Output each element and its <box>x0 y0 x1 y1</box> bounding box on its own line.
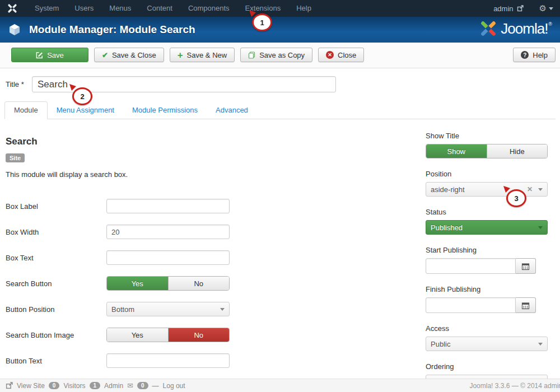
toolbar-button-row: Save ✔ Save & Close + Save & New Save as… <box>11 48 364 62</box>
start-publishing-field <box>426 258 548 274</box>
finish-publishing-field <box>426 297 548 313</box>
menu-users[interactable]: Users <box>67 0 101 17</box>
annotation-pointer <box>503 186 510 193</box>
button-text-label: Button Text <box>6 357 106 365</box>
show-title-toggle: Show Hide <box>426 144 548 158</box>
button-position-value: Bottom <box>111 305 220 314</box>
field-search-button: Search Button Yes No <box>6 276 414 291</box>
button-text-input[interactable] <box>106 353 230 368</box>
show-title-label: Show Title <box>426 132 548 140</box>
annotation-circle-2: 2 <box>72 87 92 105</box>
save-copy-label: Save as Copy <box>259 51 305 59</box>
close-icon: ✕ <box>326 51 334 59</box>
search-button-label: Search Button <box>6 279 106 288</box>
search-button-no[interactable]: No <box>168 277 230 290</box>
field-button-text: Button Text <box>6 353 414 368</box>
menu-content[interactable]: Content <box>139 0 180 17</box>
pencil-square-icon <box>36 52 43 59</box>
page-header: Module Manager: Module Search Joomla! ® <box>0 17 560 43</box>
tab-module[interactable]: Module <box>4 101 48 119</box>
position-combobox[interactable]: aside-right ✕ <box>426 182 548 197</box>
close-label: Close <box>338 51 356 59</box>
chevron-down-icon <box>538 188 543 191</box>
site-badge: Site <box>6 153 25 162</box>
save-close-label: Save & Close <box>112 51 156 59</box>
module-heading: Search <box>6 136 414 147</box>
title-field-label: Title * <box>6 80 24 88</box>
menu-system[interactable]: System <box>27 0 67 17</box>
admin-user-menu[interactable]: admin <box>493 4 523 13</box>
search-button-image-no[interactable]: No <box>168 328 230 342</box>
view-site-link[interactable]: View Site <box>17 382 45 390</box>
logout-link[interactable]: Log out <box>163 382 185 390</box>
help-button[interactable]: ? Help <box>513 48 556 62</box>
save-new-button[interactable]: + Save & New <box>170 48 235 62</box>
save-copy-button[interactable]: Save as Copy <box>240 48 312 62</box>
start-publishing-input[interactable] <box>426 258 516 274</box>
access-select[interactable]: Public <box>426 337 548 351</box>
joomla-logo: Joomla! ® <box>479 20 552 38</box>
admin-count-badge: 1 <box>90 382 101 389</box>
show-title-show[interactable]: Show <box>426 144 487 158</box>
view-site-icon <box>6 382 13 389</box>
box-text-input[interactable] <box>106 250 230 265</box>
messages-count-badge: 0 <box>137 382 148 389</box>
module-cube-icon <box>8 23 21 36</box>
menu-components[interactable]: Components <box>180 0 237 17</box>
show-title-hide[interactable]: Hide <box>487 144 548 158</box>
box-text-label: Box Text <box>6 254 106 262</box>
save-new-label: Save & New <box>187 51 227 59</box>
menu-menus[interactable]: Menus <box>101 0 139 17</box>
page-title: Module Manager: Module Search <box>29 24 195 36</box>
side-panel: Show Title Show Hide Position aside-righ… <box>426 132 548 389</box>
start-publishing-calendar-button[interactable] <box>516 258 536 274</box>
button-position-select[interactable]: Bottom <box>106 302 230 316</box>
mail-icon: ✉ <box>127 381 133 390</box>
logout-icon: — <box>152 382 159 390</box>
joomla-icon <box>7 3 18 14</box>
visitors-label: Visitors <box>63 382 85 390</box>
finish-publishing-calendar-button[interactable] <box>516 297 536 313</box>
joomla-admin-page: System Users Menus Content Components Ex… <box>0 0 560 392</box>
box-label-input[interactable] <box>106 199 230 213</box>
settings-menu[interactable]: ⚙ <box>539 3 553 13</box>
module-form: Box Label Box Width Box Text Search Butt… <box>6 199 414 368</box>
access-label: Access <box>426 324 548 333</box>
search-button-image-yes[interactable]: Yes <box>107 328 168 342</box>
joomla-logo-icon <box>479 20 497 38</box>
save-button[interactable]: Save <box>11 48 88 62</box>
version-text: Joomla! 3.3.6 — © 2014 admin <box>469 382 560 390</box>
module-panel: Search Site This module will display a s… <box>6 136 414 379</box>
toolbar: Save ✔ Save & Close + Save & New Save as… <box>0 43 560 68</box>
tab-advanced[interactable]: Advanced <box>207 102 257 119</box>
ordering-label: Ordering <box>426 362 548 371</box>
status-select[interactable]: Published <box>426 220 548 235</box>
tab-bar: Module Menu Assignment Module Permission… <box>4 102 556 119</box>
external-link-icon <box>517 5 524 12</box>
box-width-input[interactable] <box>106 225 230 239</box>
plus-icon: + <box>178 52 183 59</box>
close-button[interactable]: ✕ Close <box>318 48 364 62</box>
check-icon: ✔ <box>102 51 108 59</box>
finish-publishing-label: Finish Publishing <box>426 285 548 293</box>
annotation-circle-1: 1 <box>252 13 272 31</box>
save-close-button[interactable]: ✔ Save & Close <box>94 48 164 62</box>
finish-publishing-input[interactable] <box>426 297 516 313</box>
calendar-icon <box>521 301 530 310</box>
clear-icon[interactable]: ✕ <box>527 185 533 193</box>
status-bar: View Site 0 Visitors 1 Admin ✉ 0 — Log o… <box>0 379 560 392</box>
menu-help[interactable]: Help <box>288 0 319 17</box>
chevron-down-icon <box>538 226 543 229</box>
annotation-pointer <box>249 10 256 17</box>
field-box-text: Box Text <box>6 250 414 265</box>
help-label: Help <box>533 51 548 59</box>
annotation-pointer <box>69 84 76 91</box>
admin-user-label: admin <box>493 4 513 13</box>
module-description: This module will display a search box. <box>6 170 414 179</box>
registered-mark: ® <box>548 21 552 27</box>
question-icon: ? <box>521 51 529 59</box>
tab-module-permissions[interactable]: Module Permissions <box>123 102 207 119</box>
annotation-number: 2 <box>80 92 84 101</box>
search-button-yes[interactable]: Yes <box>107 277 168 290</box>
field-box-width: Box Width <box>6 225 414 239</box>
